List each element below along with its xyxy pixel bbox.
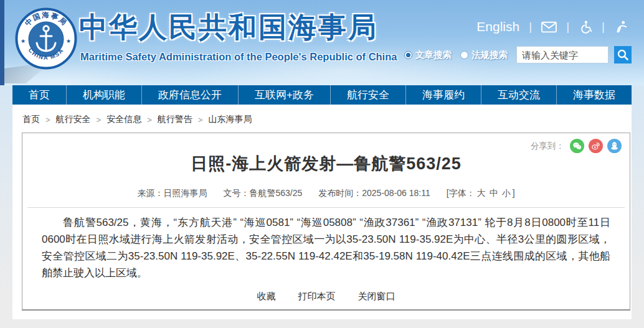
- share-label: 分享到：: [531, 141, 564, 152]
- nav-item-internet-gov[interactable]: 互联网+政务: [239, 85, 331, 105]
- breadcrumb-separator: >: [147, 115, 152, 124]
- font-size-large[interactable]: 大: [477, 188, 486, 198]
- logo-right-star: ★: [66, 38, 71, 44]
- article-meta: 来源：日照海事局文号：鲁航警563/25发布时间：2025-08-06 18:1…: [22, 188, 630, 199]
- nav-item-home[interactable]: 首页: [12, 85, 67, 105]
- law-search-radio[interactable]: 法规搜索: [460, 49, 508, 61]
- meta-publish-time: 发布时间：2025-08-06 18:11: [318, 188, 430, 198]
- print-page-button[interactable]: 打印本页: [298, 291, 336, 302]
- breadcrumb-separator: >: [45, 115, 50, 124]
- breadcrumb-safety-info[interactable]: 安全信息: [107, 114, 141, 125]
- meta-divider: [27, 207, 625, 208]
- site-title: 中华人民共和国海事局: [79, 9, 378, 46]
- font-size-small[interactable]: 小: [502, 188, 511, 198]
- meta-source: 来源：日照海事局: [137, 188, 207, 198]
- nav-item-functions[interactable]: 机构职能: [67, 85, 142, 105]
- breadcrumb-navigation-safety[interactable]: 航行安全: [56, 114, 91, 125]
- article-actions: 收藏 打印本页 关闭窗口: [22, 291, 630, 302]
- msa-logo[interactable]: 中国海事局 CHINA MSA ★ ★: [15, 7, 77, 70]
- content-wrapper: 首页 > 航行安全 > 安全信息 > 航行警告 > 山东海事局 分享到：: [12, 105, 632, 319]
- article-box: 分享到：: [22, 133, 630, 311]
- article-search-label[interactable]: 文章搜索: [415, 49, 452, 61]
- close-window-button[interactable]: 关闭窗口: [358, 291, 395, 302]
- radio-unselected-icon[interactable]: [460, 51, 468, 59]
- nav-item-gov-info[interactable]: 政府信息公开: [142, 85, 239, 105]
- quick-links-separator: |: [602, 20, 605, 34]
- article-body: 鲁航警563/25，黄海，“东方航天港” “海巡0581” “海巡05808” …: [42, 214, 610, 281]
- nav-item-maritime-data[interactable]: 海事数据: [557, 85, 632, 105]
- left-blue-strip: [0, 0, 4, 85]
- breadcrumb: 首页 > 航行安全 > 安全信息 > 航行警告 > 山东海事局: [12, 105, 632, 125]
- breadcrumb-separator: >: [198, 115, 203, 124]
- quick-links-separator: |: [529, 20, 532, 34]
- breadcrumb-separator: >: [97, 115, 102, 124]
- breadcrumb-nav-warning[interactable]: 航行警告: [158, 114, 192, 125]
- english-link[interactable]: English: [476, 19, 519, 34]
- weibo-share-icon[interactable]: [589, 139, 603, 153]
- search-button[interactable]: [614, 46, 632, 63]
- logo-left-star: ★: [21, 38, 26, 44]
- nav-item-navigation-safety[interactable]: 航行安全: [331, 85, 406, 105]
- article-title: 日照-海上火箭发射—鲁航警563/25: [22, 152, 630, 175]
- nav-item-maritime-compliance[interactable]: 海事履约: [406, 85, 481, 105]
- qq-share-icon[interactable]: [607, 139, 622, 153]
- mail-icon[interactable]: [541, 21, 557, 33]
- user-icon[interactable]: [614, 19, 628, 34]
- meta-font-size-control: [字体：大中小]: [447, 188, 515, 198]
- breadcrumb-home[interactable]: 首页: [22, 114, 40, 125]
- quick-links: English | | |: [476, 19, 628, 34]
- quick-links-separator: |: [566, 20, 569, 34]
- accessibility-wheelchair-icon[interactable]: [579, 19, 592, 34]
- search-icon: [616, 48, 630, 62]
- main-nav: 首页 机构职能 政府信息公开 互联网+政务 航行安全 海事履约 互动交流 海事数…: [12, 85, 632, 105]
- font-size-medium[interactable]: 中: [490, 188, 498, 198]
- radio-selected-icon[interactable]: [404, 51, 412, 59]
- search-bar: 文章搜索 法规搜索: [404, 46, 632, 63]
- search-input[interactable]: [516, 46, 608, 63]
- nav-item-interaction[interactable]: 互动交流: [481, 85, 557, 105]
- breadcrumb-shandong-msa[interactable]: 山东海事局: [208, 114, 252, 125]
- share-row: 分享到：: [531, 139, 622, 153]
- wechat-share-icon[interactable]: [570, 139, 584, 153]
- law-search-label[interactable]: 法规搜索: [471, 49, 508, 61]
- favorite-button[interactable]: 收藏: [257, 291, 276, 302]
- meta-doc-number: 文号：鲁航警563/25: [223, 188, 302, 198]
- site-subtitle: Maritime Safety Administration of the Pe…: [80, 51, 397, 63]
- article-search-radio[interactable]: 文章搜索: [404, 49, 452, 61]
